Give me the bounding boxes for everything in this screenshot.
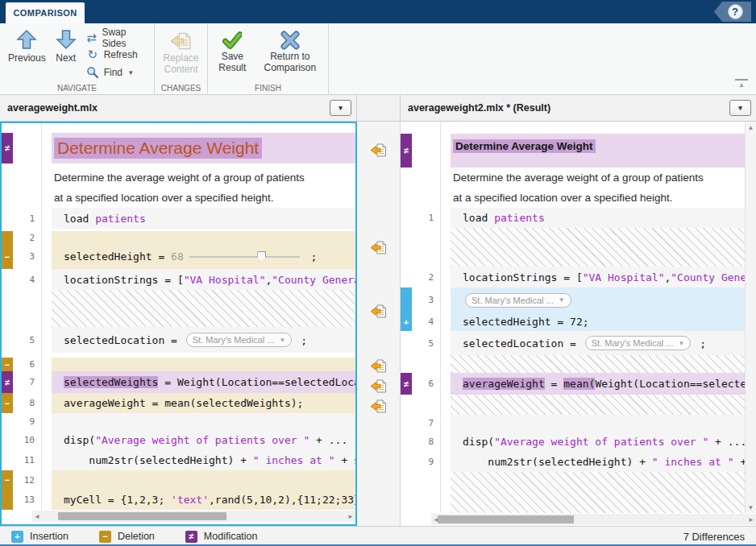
height-slider[interactable] (189, 251, 300, 263)
refresh-button[interactable]: ↻ Refresh (86, 48, 146, 63)
document-heading: Determine Average Weight (54, 138, 262, 159)
code-token: locationStrings = [ (64, 274, 184, 286)
spacer (451, 122, 756, 134)
merge-change-icon (370, 304, 388, 319)
hatch-row (2, 290, 355, 327)
code-content: selectedHeight = 72; (451, 312, 756, 331)
merge-change-icon (370, 378, 388, 394)
code-content: selectedHeight = 68 ; (52, 244, 355, 269)
code-line: 8disp("Average weight of patients over "… (401, 432, 756, 452)
code-line: 9 num2str(selectedHeight) + " inches at … (401, 452, 756, 472)
merge-change-button[interactable] (368, 377, 390, 395)
help-button[interactable]: ? (714, 2, 751, 22)
scroll-up-icon[interactable]: ▲ (746, 122, 756, 133)
code-line: 9 (2, 413, 355, 430)
tab-comparison[interactable]: COMPARISON (6, 2, 85, 23)
hatch-row (401, 395, 756, 415)
string-token: "County General Hospital" (671, 271, 756, 283)
return-to-comparison-button[interactable]: Return to Comparison (260, 29, 320, 81)
scrollbar-thumb[interactable] (438, 515, 574, 523)
help-icon: ? (728, 4, 743, 19)
legend-label: Deletion (118, 531, 155, 542)
left-pane-menu-button[interactable]: ▾ (330, 100, 351, 116)
modification-marker: ≠ (401, 373, 412, 395)
code-token: num2str(selectedHeight) + (463, 456, 652, 468)
find-dropdown-caret[interactable]: ▾ (129, 68, 133, 77)
next-button[interactable]: Next (56, 29, 77, 81)
group-navigate: Previous Next ⇄ Swap Sides ↻ Refresh (0, 23, 155, 94)
code-content: locationStrings = ["VA Hospital","County… (451, 267, 756, 287)
horizontal-scrollbar[interactable]: ◄► (431, 514, 756, 525)
merge-change-button[interactable] (368, 357, 390, 374)
marker-gutter (401, 355, 412, 373)
scroll-down-icon[interactable]: ▼ (746, 502, 756, 513)
merge-change-button[interactable] (368, 238, 390, 256)
swap-sides-button[interactable]: ⇄ Swap Sides (86, 30, 146, 45)
horizontal-scrollbar[interactable]: ◄► (32, 511, 355, 522)
hscroll-row: ◄► (401, 513, 756, 526)
line-number: 6 (13, 358, 42, 371)
tab-bar: COMPARISON ? (0, 0, 756, 23)
save-result-button[interactable]: Save Result (216, 29, 249, 81)
close-x-icon (280, 31, 300, 50)
line-number (412, 355, 441, 373)
location-dropdown[interactable]: St. Mary's Medical ...▼ (585, 336, 692, 350)
heading-block: Determine Average Weight (451, 134, 756, 168)
marker-gutter (2, 269, 13, 290)
changed-token: averageWeight (463, 378, 545, 390)
line-number: 11 (13, 450, 42, 470)
line-number (412, 168, 441, 188)
code-token: disp( (64, 434, 95, 446)
scroll-left-icon[interactable]: ◄ (32, 511, 42, 522)
line-number (412, 188, 441, 208)
code-token: locationStrings = [ (463, 271, 583, 283)
code-token: myCell = {1,2,3; (64, 494, 171, 506)
save-result-label: Save Result (216, 52, 249, 74)
code-token: ; (693, 337, 706, 350)
refresh-label: Refresh (104, 49, 138, 60)
code-content: disp("Average weight of patients over " … (52, 430, 355, 450)
scroll-right-icon[interactable]: ► (746, 514, 756, 525)
marker-gutter (2, 450, 13, 470)
merge-change-button[interactable] (368, 141, 390, 159)
string-token: patients (95, 213, 146, 225)
code-token: averageWeight = mean(selectedWeights); (64, 397, 303, 409)
collapse-ribbon-button[interactable]: ▲ (735, 79, 748, 89)
marker-gutter (2, 188, 13, 208)
marker-gutter (401, 432, 412, 452)
scroll-right-icon[interactable]: ► (346, 511, 355, 522)
marker-gutter (401, 168, 412, 188)
code-line: 3St. Mary's Medical ...▼ (401, 287, 756, 312)
right-pane-menu-button[interactable]: ▾ (729, 100, 751, 116)
dropdown-value: St. Mary's Medical ... (471, 296, 554, 305)
code-token: ,rand(5,10,2),{11;22;33}} (209, 494, 355, 506)
refresh-icon: ↻ (86, 49, 99, 60)
line-number: 4 (13, 269, 42, 290)
find-icon (86, 66, 99, 79)
right-vertical-scrollbar[interactable]: ▲ ▼ (745, 122, 756, 513)
line-number (13, 123, 42, 133)
scrollbar-thumb[interactable] (58, 512, 226, 520)
insertion-legend-icon: + (11, 531, 23, 543)
previous-button[interactable]: Previous (8, 29, 46, 81)
slider-thumb[interactable] (257, 251, 266, 262)
location-dropdown[interactable]: St. Mary's Medical ...▼ (465, 293, 571, 308)
find-button[interactable]: Find ▾ (86, 64, 146, 80)
merge-change-button[interactable] (368, 302, 390, 320)
marker-gutter (2, 208, 13, 229)
code-token: ; (294, 334, 307, 346)
deletion-marker (2, 231, 13, 244)
code-token: = Weight(Location==selectedLocation); (158, 376, 355, 388)
left-file-header: averageweight.mlx ▾ (0, 95, 357, 121)
swap-label: Swap Sides (102, 27, 146, 49)
string-token: "County General Hospital" (272, 274, 355, 286)
legend-label: Modification (204, 531, 258, 542)
merge-change-button[interactable] (368, 397, 390, 415)
group-finish: Save Result Return to Comparison FINISH (208, 23, 329, 94)
line-number: 5 (13, 327, 42, 353)
right-pane: ≠Determine Average WeightDetermine the a… (401, 122, 756, 526)
location-dropdown[interactable]: St. Mary's Medical ...▼ (186, 333, 293, 347)
description-text: Determine the average weight of a group … (52, 168, 355, 188)
code-content (52, 470, 355, 490)
marker-gutter (401, 208, 412, 228)
